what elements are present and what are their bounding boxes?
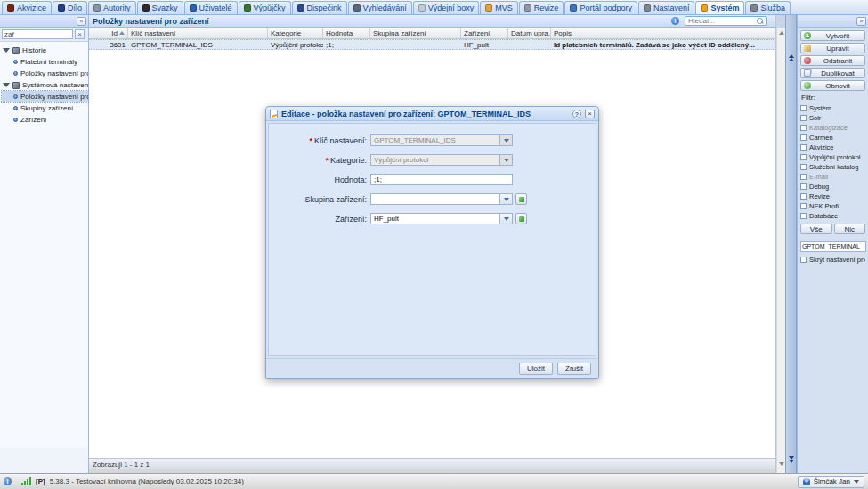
jump-bottom-icon[interactable] <box>789 456 795 464</box>
expander-icon[interactable] <box>3 48 10 53</box>
help-icon[interactable] <box>572 110 581 118</box>
tree-node-systemova-nastaveni[interactable]: Systémová nastavení <box>2 79 88 91</box>
close-icon[interactable] <box>585 110 595 118</box>
column-header-id[interactable]: Id <box>89 28 128 38</box>
expander-icon[interactable] <box>3 83 10 87</box>
group-combo[interactable] <box>370 193 513 205</box>
filter-checkbox-sluzebni-katalog[interactable]: Služební katalog <box>800 162 865 172</box>
device-picker-button[interactable] <box>515 213 527 224</box>
search-icon[interactable] <box>756 17 764 25</box>
clear-filter-icon[interactable] <box>75 29 85 39</box>
device-input[interactable] <box>371 214 499 224</box>
device-combo[interactable] <box>370 213 513 224</box>
tab-portal-podpory[interactable]: Portál podpory <box>564 1 637 14</box>
column-header-group[interactable]: Skupina zařízení <box>370 28 461 38</box>
checkbox-icon[interactable] <box>800 174 807 180</box>
filter-checkbox-vypujcni-protokol[interactable]: Výpůjční protokol <box>800 152 865 162</box>
column-header-updated[interactable]: Datum upra... <box>508 28 551 38</box>
copy-icon <box>804 69 811 77</box>
scroll-up-icon[interactable] <box>779 31 784 35</box>
filter-checkbox-nek-profi[interactable]: NEK Profi <box>800 201 865 211</box>
column-header-device[interactable]: Zařízení <box>461 28 508 38</box>
collapse-sidebar-button[interactable] <box>77 17 86 26</box>
tree-node-polozky-nastaveni-historie[interactable]: Položky nastavení pro zařízení <box>2 68 88 79</box>
tab-autority[interactable]: Autority <box>88 1 136 14</box>
filter-checkbox-system[interactable]: Systém <box>800 103 865 113</box>
tab-mvs[interactable]: MVS <box>480 1 518 14</box>
tab-sluzba[interactable]: Služba <box>745 1 791 14</box>
hide-priority-checkbox[interactable]: Skrýt nastavení priority <box>800 255 865 265</box>
tab-dilo[interactable]: Dílo <box>53 1 87 14</box>
table-row[interactable]: 3601 GPTOM_TERMINAL_IDS Výpůjční protoko… <box>89 39 775 50</box>
tree-node-historie[interactable]: Historie <box>2 45 88 56</box>
create-button[interactable]: Vytvořit <box>800 30 865 41</box>
select-none-button[interactable]: Nic <box>834 224 866 234</box>
checkbox-icon[interactable] <box>800 115 807 121</box>
tree-node-skupiny-zarizeni[interactable]: Skupiny zařízení <box>2 102 88 114</box>
checkbox-icon[interactable] <box>800 134 807 141</box>
duplicate-button[interactable]: Duplikovat <box>800 68 865 78</box>
value-input[interactable] <box>370 174 513 185</box>
collapse-panel-button[interactable] <box>856 17 866 26</box>
info-icon[interactable] <box>671 17 679 25</box>
group-input[interactable] <box>371 194 499 204</box>
column-header-category[interactable]: Kategorie <box>268 28 323 38</box>
checkbox-icon[interactable] <box>800 164 807 170</box>
tab-nastaveni[interactable]: Nastavení <box>638 1 695 14</box>
edit-button[interactable]: Upravit <box>800 43 865 53</box>
tab-akvizice[interactable]: Akvizice <box>2 1 52 14</box>
info-icon[interactable] <box>4 477 12 485</box>
chevron-down-icon[interactable] <box>499 214 512 224</box>
tab-vypujcky[interactable]: Výpůjčky <box>239 1 291 14</box>
user-menu-button[interactable]: Šimčák Jan <box>798 476 864 488</box>
sidebar-filter <box>0 28 88 42</box>
checkbox-icon[interactable] <box>800 154 807 160</box>
filter-search-input[interactable] <box>800 241 866 252</box>
column-header-description[interactable]: Popis <box>551 28 775 38</box>
checkbox-icon[interactable] <box>800 203 807 209</box>
tools-icon <box>12 47 20 54</box>
checkbox-icon[interactable] <box>800 213 807 219</box>
jump-top-icon[interactable] <box>789 54 795 62</box>
checkbox-icon[interactable] <box>800 125 807 131</box>
dialog-title-bar[interactable]: Editace - položka nastavení pro zařízení… <box>266 107 598 121</box>
filter-checkbox-debug[interactable]: Debug <box>800 182 865 192</box>
scroll-down-icon[interactable] <box>779 462 784 466</box>
checkbox-icon[interactable] <box>800 257 807 263</box>
filter-checkbox-akvizice[interactable]: Akvizice <box>800 143 865 152</box>
filter-checkbox-databaze[interactable]: Databáze <box>800 211 865 221</box>
column-header-key[interactable]: Klíč nastavení <box>128 28 268 38</box>
filter-checkbox-katalogizace[interactable]: Katalogizace <box>800 123 865 133</box>
checkbox-icon[interactable] <box>800 183 807 190</box>
grid-vertical-scrollbar[interactable] <box>776 28 785 473</box>
tab-uzivatele[interactable]: Uživatelé <box>184 1 238 14</box>
tree-filter-input[interactable] <box>2 29 73 39</box>
cancel-button[interactable]: Zrušit <box>557 363 591 375</box>
tab-dispecink[interactable]: Dispečink <box>292 1 347 14</box>
tab-vyhledavani[interactable]: Vyhledávání <box>348 1 412 14</box>
tab-vydejni-boxy[interactable]: Výdejní boxy <box>413 1 480 14</box>
tree-node-zarizeni[interactable]: Zařízení <box>2 114 88 126</box>
chevron-down-icon[interactable] <box>499 194 512 204</box>
filter-label: Filtr: <box>801 94 865 102</box>
checkbox-icon[interactable] <box>800 144 807 151</box>
tab-system[interactable]: Systém <box>695 1 744 14</box>
collapsed-panel-strip[interactable] <box>785 15 797 473</box>
checkbox-icon[interactable] <box>800 193 807 200</box>
tab-svazky[interactable]: Svazky <box>137 1 183 14</box>
checkbox-icon[interactable] <box>800 105 807 111</box>
save-button[interactable]: Uložit <box>519 363 553 375</box>
filter-checkbox-revize[interactable]: Revize <box>800 192 865 201</box>
filter-checkbox-carmen[interactable]: Carmen <box>800 133 865 143</box>
filter-checkbox-email[interactable]: E-mail <box>800 172 865 182</box>
select-all-button[interactable]: Vše <box>800 224 832 234</box>
tree-node-polozky-nastaveni[interactable]: Položky nastavení pro zařízení <box>2 91 88 102</box>
filter-checkbox-solr[interactable]: Solr <box>800 113 865 123</box>
delete-button[interactable]: Odstranit <box>800 55 865 66</box>
search-input[interactable] <box>685 17 756 25</box>
tab-revize[interactable]: Revize <box>519 1 564 14</box>
tree-node-platebni-terminaly[interactable]: Platební terminály <box>2 56 88 68</box>
column-header-value[interactable]: Hodnota <box>323 28 370 38</box>
group-picker-button[interactable] <box>515 193 527 205</box>
refresh-button[interactable]: Obnovit <box>800 80 865 91</box>
